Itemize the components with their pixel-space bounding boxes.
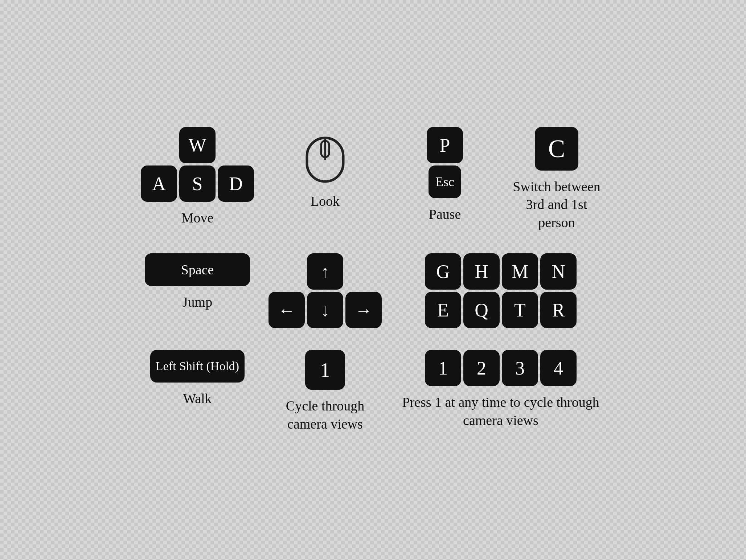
key-w: W [179, 127, 216, 163]
cycle-camera-control: 1 Cycle through camera views [269, 350, 382, 433]
ghmnegtr-cluster: G H M N E Q T R [425, 253, 577, 328]
inventory-control: G H M N E Q T R [396, 253, 605, 328]
key-p: P [427, 127, 463, 163]
jump-label: Jump [183, 293, 212, 311]
camera-switch-label: Switch between 3rd and 1st person [508, 178, 605, 232]
move-control: W A S D Move [141, 127, 254, 232]
key-t: T [502, 292, 538, 328]
key-r: R [540, 292, 577, 328]
walk-control: Left Shift (Hold) Walk [141, 350, 254, 433]
move-label: Move [181, 209, 214, 227]
camera-switch-control: C Switch between 3rd and 1st person [508, 127, 605, 232]
key-g: G [425, 253, 461, 290]
jump-control: Space Jump [141, 253, 254, 328]
key-num-2: 2 [463, 350, 500, 386]
key-esc: Esc [429, 165, 461, 198]
key-a: A [141, 165, 177, 202]
controls-grid: W A S D Move Look P Esc Pause C Switch b [119, 105, 627, 455]
cycle-camera-label: Cycle through camera views [269, 397, 382, 433]
key-left-shift: Left Shift (Hold) [150, 350, 245, 383]
key-n: N [540, 253, 577, 290]
key-1-cycle: 1 [305, 350, 345, 390]
key-left: ← [269, 292, 305, 328]
key-e: E [425, 292, 461, 328]
key-d: D [218, 165, 254, 202]
key-space: Space [145, 253, 250, 286]
mouse-icon [305, 127, 345, 185]
key-up: ↑ [307, 253, 343, 290]
key-num-3: 3 [502, 350, 538, 386]
walk-label: Walk [183, 390, 212, 408]
num-cycle-label: Press 1 at any time to cycle through cam… [396, 393, 605, 429]
wasd-cluster: W A S D [141, 127, 254, 202]
arrow-control: ↑ ← ↓ → [269, 253, 382, 328]
key-down: ↓ [307, 292, 343, 328]
pause-cluster: P Esc [427, 127, 463, 198]
look-control: Look [269, 127, 382, 232]
key-q: Q [463, 292, 500, 328]
key-s: S [179, 165, 216, 202]
pause-label: Pause [429, 205, 461, 223]
num-cluster: 1 2 3 4 [425, 350, 577, 386]
key-h: H [463, 253, 500, 290]
key-c: C [535, 127, 578, 171]
key-right: → [345, 292, 382, 328]
num-cycle-control: 1 2 3 4 Press 1 at any time to cycle thr… [396, 350, 605, 433]
key-m: M [502, 253, 538, 290]
key-num-4: 4 [540, 350, 577, 386]
pause-control: P Esc Pause [396, 127, 493, 232]
key-num-1: 1 [425, 350, 461, 386]
look-label: Look [311, 192, 340, 210]
arrow-cluster: ↑ ← ↓ → [269, 253, 382, 328]
